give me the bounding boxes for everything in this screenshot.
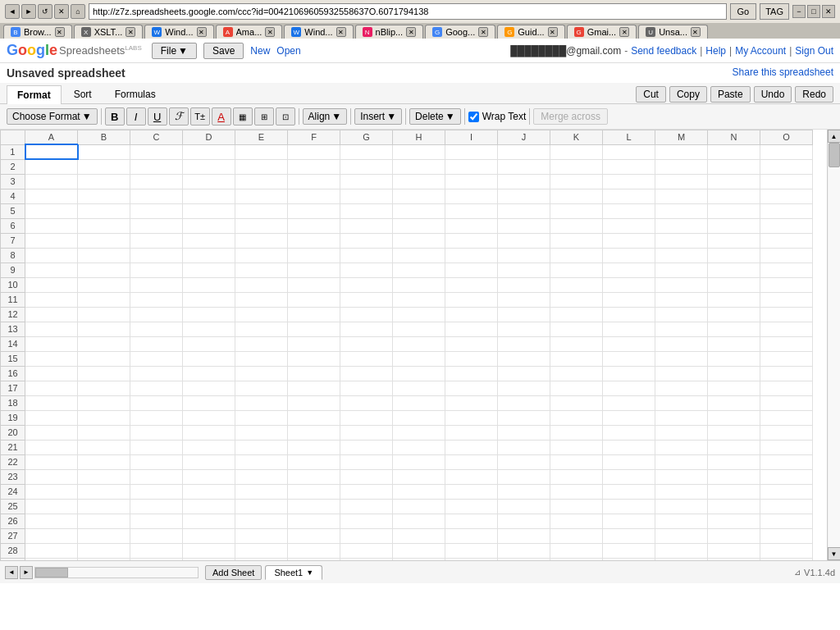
cell-A10[interactable]: [25, 277, 78, 292]
col-header-K[interactable]: K: [550, 130, 603, 145]
nav-home[interactable]: ⌂: [71, 4, 85, 19]
cell-I8[interactable]: [445, 248, 498, 262]
cell-H2[interactable]: [393, 159, 445, 174]
cell-K16[interactable]: [550, 366, 603, 381]
cell-O15[interactable]: [760, 351, 813, 366]
sign-out-link[interactable]: Sign Out: [795, 45, 833, 57]
cell-H17[interactable]: [393, 381, 445, 395]
cell-M17[interactable]: [655, 381, 708, 395]
col-header-O[interactable]: O: [760, 130, 813, 145]
tag-button[interactable]: TAG: [760, 3, 789, 20]
cell-E7[interactable]: [235, 233, 288, 248]
col-header-G[interactable]: G: [340, 130, 393, 145]
cell-M18[interactable]: [655, 395, 708, 410]
cell-O26[interactable]: [760, 514, 813, 528]
cell-D20[interactable]: [183, 425, 235, 440]
cell-F23[interactable]: [288, 469, 340, 484]
cell-B27[interactable]: [78, 528, 130, 543]
cell-J8[interactable]: [498, 248, 550, 262]
cell-C8[interactable]: [130, 248, 183, 262]
cell-D10[interactable]: [183, 277, 235, 292]
cell-O4[interactable]: [760, 189, 813, 203]
cell-J6[interactable]: [498, 218, 550, 233]
cell-C27[interactable]: [130, 528, 183, 543]
cell-I24[interactable]: [445, 484, 498, 499]
cell-A6[interactable]: [25, 218, 78, 233]
cell-D16[interactable]: [183, 366, 235, 381]
cell-O8[interactable]: [760, 248, 813, 262]
vertical-scrollbar[interactable]: ▲ ▼: [827, 130, 840, 560]
browser-tab-6[interactable]: G Goog... ✕: [425, 25, 495, 39]
cell-M23[interactable]: [655, 469, 708, 484]
cell-B19[interactable]: [78, 410, 130, 425]
cell-G20[interactable]: [340, 425, 393, 440]
cell-M8[interactable]: [655, 248, 708, 262]
cell-A8[interactable]: [25, 248, 78, 262]
align-button[interactable]: Align ▼: [303, 108, 348, 125]
cell-N15[interactable]: [708, 351, 760, 366]
cell-M4[interactable]: [655, 189, 708, 203]
cell-A29[interactable]: [25, 558, 78, 560]
cell-N23[interactable]: [708, 469, 760, 484]
cell-B11[interactable]: [78, 292, 130, 307]
cell-L21[interactable]: [603, 440, 655, 454]
cell-N3[interactable]: [708, 174, 760, 189]
col-header-J[interactable]: J: [498, 130, 550, 145]
cell-K1[interactable]: [550, 144, 603, 159]
cell-E25[interactable]: [235, 499, 288, 514]
cell-C9[interactable]: [130, 262, 183, 277]
underline-button[interactable]: U: [148, 107, 167, 126]
cell-E10[interactable]: [235, 277, 288, 292]
cell-I2[interactable]: [445, 159, 498, 174]
cell-H23[interactable]: [393, 469, 445, 484]
cell-N24[interactable]: [708, 484, 760, 499]
col-header-C[interactable]: C: [130, 130, 183, 145]
cell-D15[interactable]: [183, 351, 235, 366]
cell-M28[interactable]: [655, 543, 708, 558]
cell-F8[interactable]: [288, 248, 340, 262]
cell-H11[interactable]: [393, 292, 445, 307]
cell-E18[interactable]: [235, 395, 288, 410]
cell-H22[interactable]: [393, 454, 445, 469]
cell-A13[interactable]: [25, 322, 78, 336]
browser-tab-4[interactable]: W Wind... ✕: [284, 25, 353, 39]
cell-F21[interactable]: [288, 440, 340, 454]
cell-K21[interactable]: [550, 440, 603, 454]
cell-L7[interactable]: [603, 233, 655, 248]
cell-D7[interactable]: [183, 233, 235, 248]
browser-tab-7[interactable]: G Guid... ✕: [497, 25, 564, 39]
cell-O3[interactable]: [760, 174, 813, 189]
cell-K6[interactable]: [550, 218, 603, 233]
cell-D11[interactable]: [183, 292, 235, 307]
cell-N10[interactable]: [708, 277, 760, 292]
more-button[interactable]: ⊡: [276, 107, 295, 126]
cell-K28[interactable]: [550, 543, 603, 558]
cell-B17[interactable]: [78, 381, 130, 395]
cell-F15[interactable]: [288, 351, 340, 366]
cell-H18[interactable]: [393, 395, 445, 410]
cell-H26[interactable]: [393, 514, 445, 528]
cell-B13[interactable]: [78, 322, 130, 336]
cell-N7[interactable]: [708, 233, 760, 248]
insert-button[interactable]: Insert ▼: [354, 108, 402, 125]
nav-forward[interactable]: ►: [21, 4, 36, 19]
cell-G10[interactable]: [340, 277, 393, 292]
cell-A4[interactable]: [25, 189, 78, 203]
cell-B4[interactable]: [78, 189, 130, 203]
cell-L6[interactable]: [603, 218, 655, 233]
cell-G3[interactable]: [340, 174, 393, 189]
cell-M29[interactable]: [655, 558, 708, 560]
cell-F9[interactable]: [288, 262, 340, 277]
cell-N12[interactable]: [708, 307, 760, 322]
cell-E20[interactable]: [235, 425, 288, 440]
tab-sort[interactable]: Sort: [63, 84, 103, 103]
redo-button[interactable]: Redo: [795, 86, 833, 103]
cell-E4[interactable]: [235, 189, 288, 203]
cell-K27[interactable]: [550, 528, 603, 543]
col-header-A[interactable]: A: [25, 130, 78, 145]
tab-close-6[interactable]: ✕: [478, 27, 488, 37]
cell-D4[interactable]: [183, 189, 235, 203]
sheet1-dropdown[interactable]: ▼: [306, 568, 313, 577]
cell-D21[interactable]: [183, 440, 235, 454]
cell-A19[interactable]: [25, 410, 78, 425]
